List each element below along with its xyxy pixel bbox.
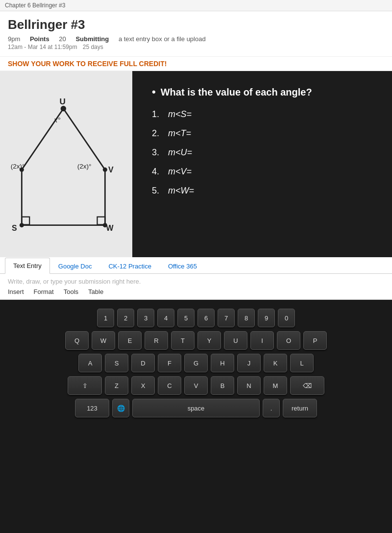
q2-text: m<T= xyxy=(168,128,191,138)
tab-ck12-practice[interactable]: CK-12 Practice xyxy=(100,258,159,274)
svg-text:S: S xyxy=(12,224,17,232)
key[interactable]: Z xyxy=(105,376,128,395)
breadcrumb-text: Chapter 6 Bellringer #3 xyxy=(5,2,65,9)
svg-marker-0 xyxy=(22,109,105,225)
key-row-3: A S D F G H J K L xyxy=(78,354,314,372)
key[interactable]: 7 xyxy=(218,309,235,327)
svg-text:W: W xyxy=(106,224,114,232)
key-row-2: Q W E R T Y U I O P xyxy=(65,331,327,350)
text-entry-area: Write, draw, or type your submission rig… xyxy=(0,274,392,300)
key[interactable]: D xyxy=(131,354,155,372)
list-item: 4. m<V= xyxy=(152,167,377,177)
svg-text:V: V xyxy=(108,166,114,174)
submitting-label: Submitting xyxy=(75,35,109,43)
q5-text: m<W= xyxy=(168,186,194,195)
key[interactable]: ⌫ xyxy=(290,376,324,395)
key[interactable]: S xyxy=(105,354,128,372)
key[interactable]: A xyxy=(78,354,102,372)
key[interactable]: L xyxy=(290,354,314,372)
key[interactable]: ⇧ xyxy=(68,376,102,395)
assignment-title: Bellringer #3 xyxy=(8,17,384,32)
key-row-4: ⇧ Z X C V B N M ⌫ xyxy=(68,376,324,395)
breadcrumb: Chapter 6 Bellringer #3 xyxy=(0,0,392,11)
key[interactable]: Y xyxy=(197,331,221,350)
list-item: 3. m<U= xyxy=(152,147,377,158)
return-key[interactable]: return xyxy=(283,399,317,417)
q2-num: 2. xyxy=(152,128,166,139)
key[interactable]: P xyxy=(303,331,327,350)
table-menu[interactable]: Table xyxy=(88,288,103,295)
key[interactable]: 0 xyxy=(278,309,295,327)
vertex-u-label: U xyxy=(59,97,65,106)
list-item: 5. m<W= xyxy=(152,186,377,196)
key[interactable]: 8 xyxy=(238,309,255,327)
key[interactable]: G xyxy=(184,354,208,372)
tabs-row: Text Entry Google Doc CK-12 Practice Off… xyxy=(0,257,392,273)
assignment-header: Bellringer #3 9pm Points 20 Submitting a… xyxy=(0,11,392,57)
key[interactable]: R xyxy=(145,331,168,350)
key[interactable]: 🌐 xyxy=(112,399,129,417)
key[interactable]: 1 xyxy=(97,309,114,327)
tab-google-doc[interactable]: Google Doc xyxy=(50,258,100,274)
key[interactable]: C xyxy=(158,376,181,395)
key[interactable]: N xyxy=(237,376,261,395)
key[interactable]: 9 xyxy=(258,309,275,327)
geometry-svg: U x° (2x)° (2x)° V W xyxy=(7,81,125,247)
key[interactable]: . xyxy=(263,399,280,417)
question-list: 1. m<S= 2. m<T= 3. m<U= 4. m<V= xyxy=(152,109,377,196)
key-row-1: 1 2 3 4 5 6 7 8 9 0 xyxy=(97,309,295,327)
svg-point-5 xyxy=(103,168,107,172)
questions-area: What is the value of each angle? 1. m<S=… xyxy=(132,71,392,257)
key[interactable]: 123 xyxy=(75,399,109,417)
q3-text: m<U= xyxy=(168,147,192,157)
key[interactable]: 3 xyxy=(137,309,154,327)
key[interactable]: F xyxy=(158,354,181,372)
key[interactable]: X xyxy=(131,376,155,395)
tab-text-entry[interactable]: Text Entry xyxy=(5,258,50,274)
list-item: 2. m<T= xyxy=(152,128,377,139)
submission-hint: Write, draw, or type your submission rig… xyxy=(8,278,384,285)
editor-toolbar: Insert Format Tools Table xyxy=(8,288,384,295)
key[interactable]: 5 xyxy=(177,309,195,327)
svg-text:x°: x° xyxy=(53,116,60,124)
key[interactable]: 4 xyxy=(157,309,174,327)
question-heading: What is the value of each angle? xyxy=(152,86,377,98)
key[interactable]: B xyxy=(211,376,234,395)
key[interactable]: 2 xyxy=(117,309,134,327)
assignment-due: 12am - Mar 14 at 11:59pm 25 days xyxy=(8,44,384,50)
q4-text: m<V= xyxy=(168,167,192,176)
key[interactable]: K xyxy=(264,354,287,372)
key[interactable]: 6 xyxy=(197,309,215,327)
show-work-banner: SHOW YOUR WORK TO RECEIVE FULL CREDIT! xyxy=(0,57,392,71)
spacebar-key[interactable]: space xyxy=(132,399,260,417)
keyboard-area: 1 2 3 4 5 6 7 8 9 0 Q W E R T Y U I O P … xyxy=(0,300,392,533)
tabs-container: Text Entry Google Doc CK-12 Practice Off… xyxy=(0,257,392,274)
q1-text: m<S= xyxy=(168,109,192,119)
key[interactable]: J xyxy=(237,354,261,372)
tab-office365[interactable]: Office 365 xyxy=(160,258,205,274)
key[interactable]: O xyxy=(277,331,300,350)
svg-text:(2x)°: (2x)° xyxy=(11,163,25,170)
key-row-5: 123 🌐 space . return xyxy=(75,399,317,417)
q4-num: 4. xyxy=(152,167,166,177)
tools-menu[interactable]: Tools xyxy=(64,288,78,295)
geometry-figure: U x° (2x)° (2x)° V W xyxy=(0,71,132,257)
assignment-meta: 9pm Points 20 Submitting a text entry bo… xyxy=(8,35,384,43)
q5-num: 5. xyxy=(152,186,166,196)
q3-num: 3. xyxy=(152,147,166,158)
key[interactable]: W xyxy=(92,331,115,350)
format-menu[interactable]: Format xyxy=(34,288,54,295)
key[interactable]: I xyxy=(250,331,274,350)
key[interactable]: E xyxy=(118,331,142,350)
list-item: 1. m<S= xyxy=(152,109,377,120)
due-time-label: 9pm xyxy=(8,35,20,43)
key[interactable]: M xyxy=(264,376,287,395)
page-content: Chapter 6 Bellringer #3 Bellringer #3 9p… xyxy=(0,0,392,300)
key[interactable]: T xyxy=(171,331,195,350)
key[interactable]: Q xyxy=(65,331,89,350)
page-wrapper: Chapter 6 Bellringer #3 Bellringer #3 9p… xyxy=(0,0,392,533)
key[interactable]: H xyxy=(211,354,234,372)
key[interactable]: U xyxy=(224,331,247,350)
key[interactable]: V xyxy=(184,376,208,395)
insert-menu[interactable]: Insert xyxy=(8,288,24,295)
